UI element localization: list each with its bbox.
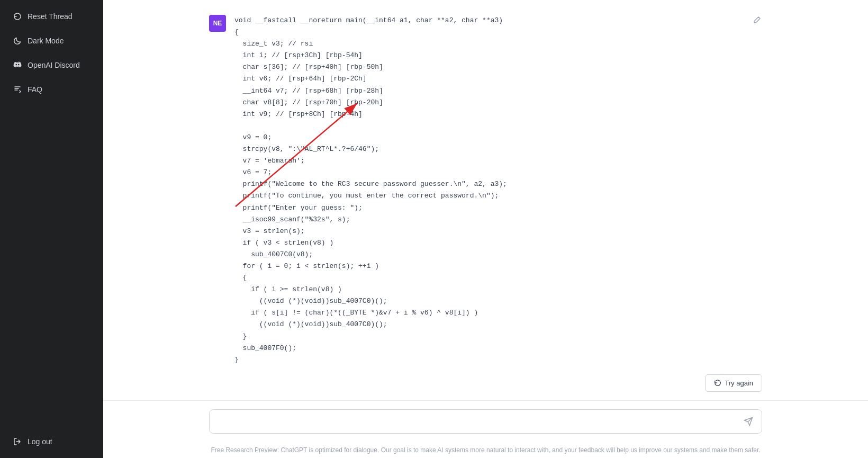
- try-again-button[interactable]: Try again: [705, 374, 762, 392]
- dark-mode-icon: [13, 36, 22, 46]
- input-wrapper: [209, 409, 762, 434]
- try-again-row: Try again: [103, 370, 868, 396]
- dark-mode-label: Dark Mode: [28, 37, 64, 45]
- sidebar-item-reset-thread[interactable]: Reset Thread: [4, 5, 99, 28]
- sidebar-item-faq[interactable]: FAQ: [4, 78, 99, 101]
- input-area: [103, 400, 868, 442]
- chat-input[interactable]: [217, 415, 738, 428]
- reset-thread-icon: [13, 12, 22, 21]
- try-again-label: Try again: [725, 379, 753, 387]
- sidebar-item-dark-mode[interactable]: Dark Mode: [4, 30, 99, 52]
- message-row: NE void __fastcall __noreturn main(__int…: [103, 11, 868, 370]
- sidebar-item-logout[interactable]: Log out: [4, 430, 99, 453]
- discord-icon: [13, 60, 22, 70]
- logout-icon: [13, 437, 22, 446]
- sidebar-spacer: [0, 102, 103, 429]
- send-icon: [744, 417, 753, 426]
- reset-thread-label: Reset Thread: [28, 12, 73, 21]
- sidebar-item-openai-discord[interactable]: OpenAI Discord: [4, 54, 99, 76]
- avatar: NE: [209, 15, 226, 32]
- faq-label: FAQ: [28, 85, 42, 94]
- chat-area: NE void __fastcall __noreturn main(__int…: [103, 0, 868, 400]
- send-button[interactable]: [743, 416, 754, 427]
- retry-icon: [714, 379, 721, 387]
- sidebar: Reset Thread Dark Mode OpenAI Discord FA…: [0, 0, 103, 458]
- edit-icon[interactable]: [752, 15, 762, 25]
- message-content: void __fastcall __noreturn main(__int64 …: [234, 15, 762, 366]
- message-actions: [752, 15, 762, 25]
- logout-label: Log out: [28, 437, 52, 446]
- main-content: NE void __fastcall __noreturn main(__int…: [103, 0, 868, 458]
- chat-wrapper: NE void __fastcall __noreturn main(__int…: [103, 0, 868, 400]
- footer: Free Research Preview: ChatGPT is optimi…: [103, 442, 868, 458]
- openai-discord-label: OpenAI Discord: [28, 61, 80, 69]
- faq-icon: [13, 85, 22, 94]
- footer-text: Free Research Preview: ChatGPT is optimi…: [211, 446, 760, 454]
- code-block: void __fastcall __noreturn main(__int64 …: [234, 15, 762, 366]
